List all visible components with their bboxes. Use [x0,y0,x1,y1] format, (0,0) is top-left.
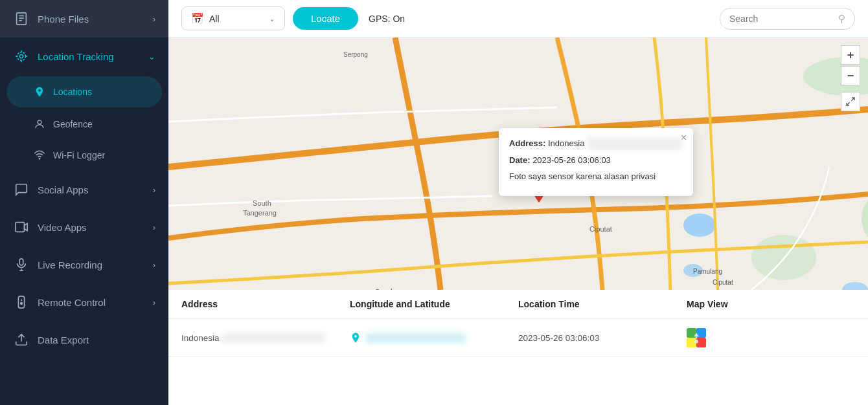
row-address: Indonesia Kota Tangerang Selatan [181,333,350,343]
svg-marker-13 [25,224,28,231]
map-view-cell[interactable] [687,328,855,347]
svg-point-5 [17,52,26,61]
export-icon [13,331,30,348]
sidebar-item-social-apps[interactable]: Social Apps › [0,171,168,208]
subitem-label: Wi-Fi Logger [53,150,105,160]
svg-point-4 [19,54,23,58]
gps-status: GPS: On [369,14,405,24]
map-container: South Tangerang Ciputat Pamulang Ciputat… [168,38,868,290]
mic-icon [13,256,30,273]
svg-line-43 [847,102,850,105]
address-value: Indonesia [548,138,584,148]
sidebar-item-label: Video Apps [38,222,87,233]
address-blurred-cell: Kota Tangerang Selatan [222,333,325,343]
location-time: 2023-05-26 03:06:03 [518,333,687,343]
subitem-label: Geofence [53,119,93,129]
wifi-icon [32,148,47,162]
svg-text:Serpong: Serpong [343,51,368,58]
svg-rect-14 [19,259,23,265]
search-icon: ⚲ [838,13,845,25]
svg-text:Ciputat: Ciputat [589,225,612,233]
sidebar-item-location-tracking[interactable]: Location Tracking ⌄ [0,38,168,75]
file-icon [13,10,30,27]
calendar-icon: 📅 [191,12,204,25]
geofence-icon [32,117,47,131]
zoom-out-button[interactable]: − [841,66,860,85]
sidebar-item-label: Location Tracking [38,51,114,62]
col-location-time: Location Time [518,299,687,309]
coordinates-cell[interactable]: -6.307159, 106.750652 [350,332,518,344]
svg-point-26 [683,213,716,237]
svg-rect-48 [696,338,706,347]
main-content: 📅 All ⌄ Locate GPS: On ⚲ [168,0,868,405]
table-header: Address Longitude and Latitude Location … [168,290,868,319]
chat-icon [13,181,30,198]
sidebar-item-video-apps[interactable]: Video Apps › [0,208,168,246]
sidebar-item-remote-control[interactable]: Remote Control › [0,283,168,321]
svg-text:Tangerang: Tangerang [243,209,277,217]
pin-icon [32,85,47,99]
svg-point-49 [694,340,698,344]
date-label: Date: [509,155,531,165]
sidebar-subitem-locations[interactable]: Locations [6,76,162,107]
svg-line-42 [851,98,854,101]
col-coordinates: Longitude and Latitude [350,299,518,309]
sidebar-item-live-recording[interactable]: Live Recording › [0,246,168,283]
dropdown-label: All [209,14,220,24]
sidebar-item-data-export[interactable]: Data Export [0,321,168,358]
coord-blurred: -6.307159, 106.750652 [365,333,466,343]
popup-address: Address: Indonesia Kota Tangerang Selata… [509,137,683,150]
svg-text:South: South [253,199,271,207]
popup-note: Foto saya sensor karena alasan privasi [509,170,683,183]
chevron-right-icon: › [153,298,155,307]
locate-button[interactable]: Locate [293,7,358,30]
location-tracking-icon [13,48,30,65]
date-filter-dropdown[interactable]: 📅 All ⌄ [181,6,285,30]
svg-text:Pamulang: Pamulang [693,268,722,275]
col-address: Address [181,299,350,309]
zoom-in-button[interactable]: + [841,45,860,65]
video-icon [13,219,30,235]
table-row: Indonesia Kota Tangerang Selatan -6.3071… [168,319,868,357]
svg-rect-12 [16,223,25,232]
date-value: 2023-05-26 03:06:03 [532,155,611,165]
sidebar-subitem-wifi-logger[interactable]: Wi-Fi Logger [0,140,168,171]
address-blurred: Kota Tangerang Selatan [587,137,682,150]
search-input[interactable] [729,14,833,24]
chevron-right-icon: › [153,14,155,24]
chevron-down-icon: ⌄ [269,14,275,23]
svg-point-19 [21,302,23,304]
toolbar: 📅 All ⌄ Locate GPS: On ⚲ [168,0,868,38]
subitem-label: Locations [53,87,92,97]
table-section: Address Longitude and Latitude Location … [168,290,868,405]
map-popup: × Address: Indonesia Kota Tangerang Sela… [499,128,693,196]
sidebar-item-label: Data Export [38,334,89,345]
remote-icon [13,294,30,311]
svg-text:Pamulang: Pamulang [376,288,402,290]
search-box: ⚲ [720,8,855,30]
chevron-right-icon: › [153,223,155,232]
sidebar-item-phone-files[interactable]: Phone Files › [0,0,168,38]
address-label: Address: [509,138,545,148]
col-map-view: Map View [687,299,855,309]
chevron-right-icon: › [153,185,155,195]
map-controls: + − [841,45,860,111]
sidebar-item-label: Social Apps [38,184,88,195]
chevron-down-icon: ⌄ [148,52,155,61]
sidebar-item-label: Remote Control [38,297,106,308]
svg-text:Timur: Timur [700,289,716,290]
svg-point-10 [38,120,41,124]
sidebar-subitem-geofence[interactable]: Geofence [0,109,168,140]
svg-text:Ciputat: Ciputat [713,279,733,286]
svg-point-11 [39,159,40,160]
sidebar-item-label: Live Recording [38,259,102,270]
sidebar: Phone Files › Location Tracking ⌄ Locati… [0,0,168,405]
svg-rect-0 [17,13,27,25]
svg-rect-47 [687,338,696,347]
fullscreen-button[interactable] [841,92,860,111]
sidebar-item-label: Phone Files [38,14,89,25]
popup-date: Date: 2023-05-26 03:06:03 [509,154,683,167]
chevron-right-icon: › [153,260,155,270]
